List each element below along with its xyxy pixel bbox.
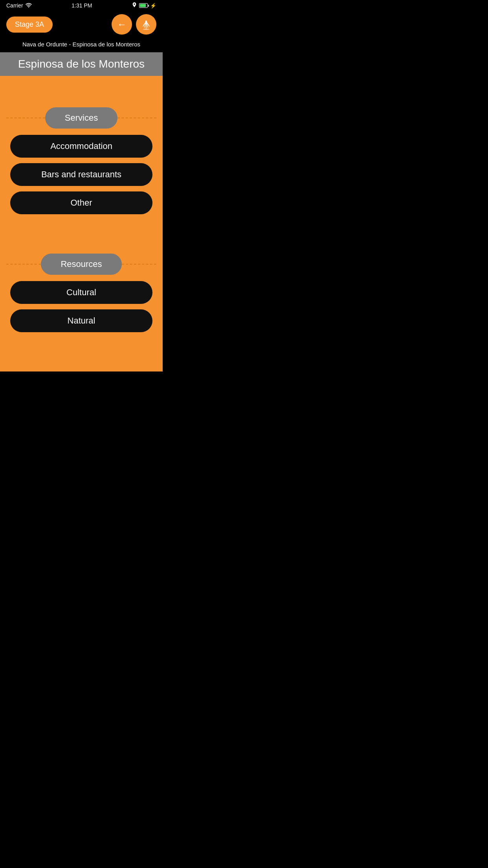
resources-dashed-line-right [122,264,156,265]
stage-button[interactable]: Stage 3A [6,17,53,33]
location-title: Espinosa de los Monteros [0,52,163,76]
services-dashed-line-left [6,118,45,118]
mid-spacer [6,222,156,254]
services-section: Services Accommodation Bars and restaura… [6,107,156,214]
services-label: Services [65,113,98,123]
cultural-button[interactable]: Cultural [10,281,152,304]
status-left: Carrier [6,2,32,9]
app-header: Stage 3A ← [0,11,163,39]
top-spacer [6,84,156,107]
services-section-button[interactable]: Services [45,107,117,129]
resources-sub-buttons: Cultural Natural [6,281,156,332]
bars-restaurants-button[interactable]: Bars and restaurants [10,163,152,186]
wifi-icon [26,2,32,9]
services-dashed-line-right [117,118,156,118]
svg-point-0 [28,7,29,7]
shell-icon [141,19,152,30]
shell-button[interactable] [136,14,156,35]
svg-point-1 [143,29,150,30]
services-sub-buttons: Accommodation Bars and restaurants Other [6,135,156,214]
natural-label: Natural [68,316,95,326]
cultural-label: Cultural [66,287,96,297]
battery-indicator [139,3,148,8]
back-icon: ← [117,19,127,30]
resources-section: Resources Cultural Natural [6,254,156,332]
resources-dashed-line-left [6,264,41,265]
accommodation-label: Accommodation [50,141,112,151]
location-icon [132,2,137,9]
status-right: ⚡ [132,2,156,9]
accommodation-button[interactable]: Accommodation [10,135,152,158]
header-right-buttons: ← [112,14,156,35]
resources-section-button[interactable]: Resources [41,254,121,275]
main-content: Services Accommodation Bars and restaura… [0,76,163,371]
svg-point-9 [145,20,147,22]
battery-icon [139,3,148,8]
bars-restaurants-label: Bars and restaurants [41,169,121,179]
services-header-row: Services [6,107,156,129]
natural-button[interactable]: Natural [10,309,152,332]
status-time: 1:31 PM [72,2,92,9]
carrier-label: Carrier [6,2,23,9]
bolt-icon: ⚡ [150,3,156,9]
other-button[interactable]: Other [10,191,152,214]
resources-label: Resources [61,259,102,269]
status-bar: Carrier 1:31 PM ⚡ [0,0,163,11]
route-label: Nava de Ordunte - Espinosa de los Monter… [0,39,163,52]
bottom-spacer [6,340,156,364]
back-button[interactable]: ← [112,14,132,35]
other-label: Other [70,198,92,208]
resources-header-row: Resources [6,254,156,275]
